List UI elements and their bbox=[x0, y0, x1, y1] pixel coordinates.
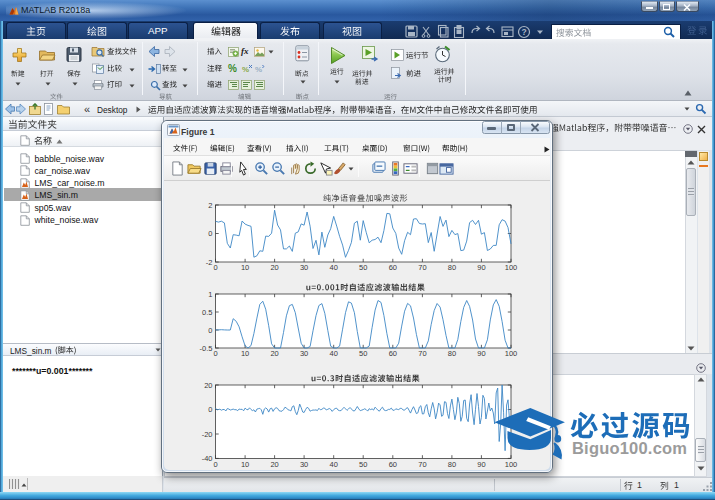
svg-text:30: 30 bbox=[300, 263, 308, 272]
svg-text:50: 50 bbox=[359, 349, 367, 358]
svg-text:80: 80 bbox=[448, 349, 456, 358]
svg-text:0: 0 bbox=[208, 229, 212, 238]
svg-text:50: 50 bbox=[359, 263, 367, 272]
svg-text:0: 0 bbox=[213, 349, 217, 358]
svg-text:80: 80 bbox=[448, 460, 456, 469]
svg-text:1: 1 bbox=[208, 290, 212, 299]
svg-text:0: 0 bbox=[213, 263, 217, 272]
svg-text:100: 100 bbox=[505, 263, 518, 272]
svg-text:80: 80 bbox=[448, 263, 456, 272]
svg-text:20: 20 bbox=[204, 381, 212, 390]
svg-text:60: 60 bbox=[389, 263, 397, 272]
svg-text:?: ? bbox=[521, 27, 526, 37]
svg-text:70: 70 bbox=[418, 460, 426, 469]
svg-text:-2: -2 bbox=[206, 258, 213, 267]
svg-text:90: 90 bbox=[477, 349, 485, 358]
svg-text:%: % bbox=[242, 65, 249, 74]
svg-text:60: 60 bbox=[389, 460, 397, 469]
svg-text:70: 70 bbox=[418, 263, 426, 272]
svg-text:10: 10 bbox=[241, 263, 249, 272]
svg-text:0: 0 bbox=[213, 460, 217, 469]
svg-text:90: 90 bbox=[477, 263, 485, 272]
svg-text:40: 40 bbox=[330, 460, 338, 469]
svg-text:2: 2 bbox=[208, 201, 212, 210]
svg-text:50: 50 bbox=[359, 460, 367, 469]
svg-text:-20: -20 bbox=[202, 430, 213, 439]
svg-text:20: 20 bbox=[270, 263, 278, 272]
svg-text:0.5: 0.5 bbox=[202, 308, 212, 317]
svg-text:30: 30 bbox=[300, 349, 308, 358]
svg-text:40: 40 bbox=[330, 263, 338, 272]
svg-text:-0.5: -0.5 bbox=[200, 344, 213, 353]
svg-text:70: 70 bbox=[418, 349, 426, 358]
svg-text:100: 100 bbox=[505, 349, 518, 358]
svg-text:10: 10 bbox=[241, 349, 249, 358]
svg-text:30: 30 bbox=[300, 460, 308, 469]
svg-text:60: 60 bbox=[389, 349, 397, 358]
svg-text:20: 20 bbox=[270, 349, 278, 358]
svg-text:-40: -40 bbox=[202, 454, 213, 463]
svg-text:0: 0 bbox=[208, 405, 212, 414]
svg-text:10: 10 bbox=[241, 460, 249, 469]
svg-text:%: % bbox=[255, 65, 262, 74]
svg-text:90: 90 bbox=[477, 460, 485, 469]
svg-text:0: 0 bbox=[208, 326, 212, 335]
svg-text:40: 40 bbox=[330, 349, 338, 358]
svg-text:20: 20 bbox=[270, 460, 278, 469]
